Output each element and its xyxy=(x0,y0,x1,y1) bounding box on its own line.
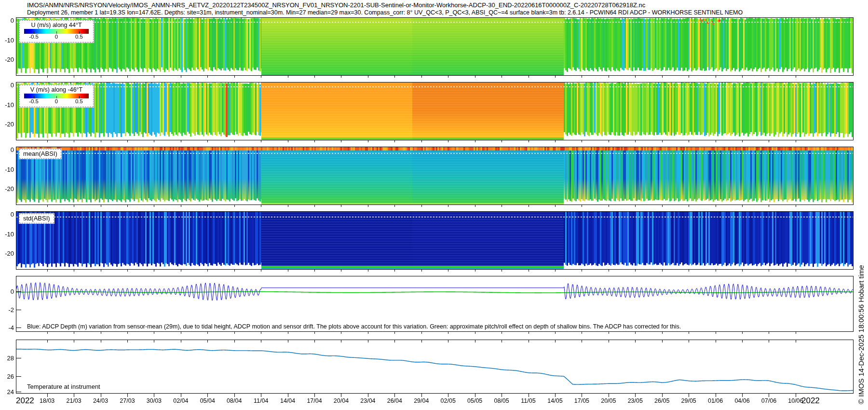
x-tick-mark xyxy=(689,394,689,397)
x-tick-mark xyxy=(207,270,208,272)
x-tick-label: 01/06 xyxy=(708,397,723,404)
x-tick-mark xyxy=(555,394,556,397)
x-tick-mark xyxy=(154,140,154,142)
x-tick-mark xyxy=(502,270,502,272)
x-tick-mark xyxy=(475,76,475,78)
x-tick-mark xyxy=(74,76,74,78)
x-tick-label: 14/05 xyxy=(547,397,562,404)
x-tick-mark xyxy=(181,140,181,142)
x-tick-mark xyxy=(207,76,208,78)
x-tick-mark xyxy=(475,205,475,207)
jet-colorbar xyxy=(24,29,89,34)
x-tick-mark xyxy=(796,76,796,78)
x-tick-mark xyxy=(448,332,448,334)
x-tick-mark xyxy=(742,76,743,78)
x-tick-mark xyxy=(529,332,529,334)
v-colorbar-ticks: -0.5 0 0.5 xyxy=(24,98,89,105)
x-tick-mark xyxy=(555,205,556,207)
x-tick-mark xyxy=(47,332,48,334)
x-tick-label: 29/04 xyxy=(414,397,429,404)
x-tick-mark xyxy=(635,270,636,272)
u-colorbar-ticks: -0.5 0 0.5 xyxy=(24,34,89,40)
panel-temperature: Temperature at instrument xyxy=(16,340,854,394)
x-tick-mark xyxy=(582,394,582,397)
x-tick-label: 14/04 xyxy=(280,397,295,404)
x-tick-label: 21/03 xyxy=(66,397,81,404)
x-tick-label: 17/04 xyxy=(307,397,322,404)
x-tick-mark xyxy=(47,394,48,397)
x-tick-mark xyxy=(101,332,101,334)
x-tick-mark xyxy=(101,140,101,142)
x-tick-mark xyxy=(742,205,743,207)
x-tick-label: 24/03 xyxy=(93,397,108,404)
x-tick-mark xyxy=(127,394,128,397)
x-tick-label: 26/04 xyxy=(387,397,402,404)
x-tick-mark xyxy=(314,205,315,207)
x-tick-label: 26/05 xyxy=(654,397,669,404)
x-axis-year-right: 2022 xyxy=(801,396,820,406)
panel-std-absi: std(ABSI) xyxy=(16,211,854,270)
x-tick-mark xyxy=(609,76,609,78)
x-tick-mark xyxy=(101,76,101,78)
x-tick-mark xyxy=(529,140,529,142)
x-tick-mark xyxy=(341,270,341,272)
x-tick-mark xyxy=(74,205,74,207)
jet-colorbar xyxy=(24,94,89,98)
y-tick-label: -20 xyxy=(0,250,14,257)
x-tick-mark xyxy=(101,270,101,272)
y-tick-label: 0 xyxy=(0,211,14,218)
x-tick-mark xyxy=(502,394,502,397)
x-tick-label: 27/03 xyxy=(120,397,135,404)
x-tick-mark xyxy=(689,205,689,207)
x-tick-mark xyxy=(288,76,288,78)
x-tick-mark xyxy=(582,205,582,207)
x-tick-mark xyxy=(448,140,448,142)
x-tick-mark xyxy=(421,76,422,78)
x-tick-label: 20/04 xyxy=(334,397,349,404)
x-tick-mark xyxy=(127,205,128,207)
x-tick-mark xyxy=(314,140,315,142)
x-tick-mark xyxy=(394,76,395,78)
x-tick-mark xyxy=(127,332,128,334)
y-tick-label: -10 xyxy=(0,231,14,238)
x-tick-mark xyxy=(635,205,636,207)
x-tick-mark xyxy=(529,205,529,207)
x-tick-mark xyxy=(716,205,716,207)
x-tick-mark xyxy=(368,205,368,207)
y-tick-label: 0 xyxy=(0,288,14,295)
y-tick-label: 28 xyxy=(0,355,14,362)
x-tick-mark xyxy=(609,140,609,142)
x-tick-mark xyxy=(742,140,743,142)
colorbar-tick-label: 0.5 xyxy=(75,98,83,104)
x-tick-mark xyxy=(689,76,689,78)
x-tick-mark xyxy=(502,76,502,78)
x-tick-mark xyxy=(127,140,128,142)
x-tick-mark xyxy=(368,394,368,397)
y-tick-label: 24 xyxy=(0,388,14,396)
x-tick-mark xyxy=(555,76,556,78)
x-tick-label: 08/05 xyxy=(494,397,509,404)
x-tick-mark xyxy=(314,332,315,334)
x-tick-mark xyxy=(555,332,556,334)
x-tick-mark xyxy=(421,394,422,397)
v-colorbar-legend: V (m/s) along -46°T -0.5 0 0.5 xyxy=(19,85,94,107)
y-tick-label: -2 xyxy=(0,306,14,314)
x-tick-mark xyxy=(394,270,395,272)
x-tick-mark xyxy=(769,394,769,397)
x-tick-label: 11/04 xyxy=(254,397,268,404)
x-tick-mark xyxy=(475,332,475,334)
x-tick-mark xyxy=(127,76,128,78)
std-absi-label: std(ABSI) xyxy=(19,214,54,223)
x-tick-mark xyxy=(288,140,288,142)
std-absi-heatmap xyxy=(16,212,853,269)
x-tick-mark xyxy=(368,270,368,272)
x-tick-mark xyxy=(529,270,529,272)
x-tick-mark xyxy=(74,394,74,397)
x-tick-mark xyxy=(689,270,689,272)
x-tick-mark xyxy=(261,140,261,142)
x-tick-mark xyxy=(394,140,395,142)
x-tick-mark xyxy=(341,76,341,78)
x-tick-mark xyxy=(448,394,448,397)
x-tick-mark xyxy=(341,205,341,207)
x-tick-mark xyxy=(368,140,368,142)
